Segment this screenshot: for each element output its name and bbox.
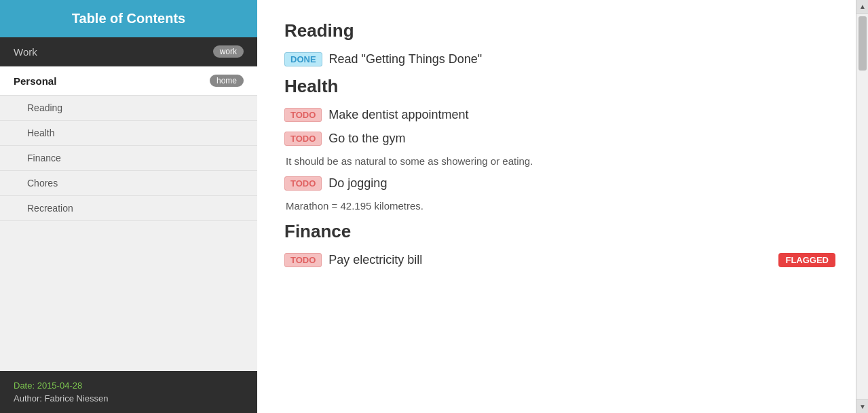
task-row: DONE Read "Getting Things Done" bbox=[284, 52, 835, 66]
task-row: TODO Do jogging bbox=[284, 176, 835, 191]
sidebar-personal-tag: home bbox=[210, 75, 244, 87]
main-content: Reading DONE Read "Getting Things Done" … bbox=[257, 0, 856, 413]
sidebar-section-personal[interactable]: Personal home bbox=[0, 66, 257, 96]
task-row: TODO Pay electricity bill FLAGGED bbox=[284, 253, 835, 267]
task-text: Pay electricity bill bbox=[328, 253, 422, 267]
badge-todo: TODO bbox=[284, 253, 322, 267]
task-row: TODO Go to the gym bbox=[284, 132, 835, 146]
scrollbar[interactable]: ▲ ▼ bbox=[856, 0, 868, 413]
task-text: Read "Getting Things Done" bbox=[329, 52, 483, 66]
task-left: TODO Make dentist appointment bbox=[284, 108, 468, 122]
footer-author: Author: Fabrice Niessen bbox=[14, 393, 244, 404]
sidebar-title: Table of Contents bbox=[72, 11, 185, 26]
sidebar-nav: Reading Health Finance Chores Recreation bbox=[0, 96, 257, 371]
section-finance: Finance TODO Pay electricity bill FLAGGE… bbox=[284, 221, 835, 267]
reading-title: Reading bbox=[284, 20, 835, 41]
badge-done: DONE bbox=[284, 52, 322, 66]
sidebar-work-label: Work bbox=[14, 46, 37, 58]
finance-title: Finance bbox=[284, 221, 835, 242]
task-left: TODO Do jogging bbox=[284, 176, 387, 191]
sidebar-item-chores[interactable]: Chores bbox=[0, 171, 257, 196]
sidebar: Table of Contents Work work Personal hom… bbox=[0, 0, 257, 413]
badge-todo: TODO bbox=[284, 176, 322, 191]
sidebar-item-health[interactable]: Health bbox=[0, 121, 257, 146]
scroll-up-arrow[interactable]: ▲ bbox=[856, 0, 868, 14]
scroll-track bbox=[856, 14, 868, 399]
task-text: Do jogging bbox=[328, 176, 387, 191]
task-left: TODO Pay electricity bill bbox=[284, 253, 422, 267]
task-left: TODO Go to the gym bbox=[284, 132, 405, 146]
sidebar-item-finance[interactable]: Finance bbox=[0, 146, 257, 171]
task-note: Marathon = 42.195 kilometres. bbox=[286, 200, 835, 212]
badge-todo: TODO bbox=[284, 108, 322, 122]
sidebar-footer: Date: 2015-04-28 Author: Fabrice Niessen bbox=[0, 371, 257, 413]
scroll-down-arrow[interactable]: ▼ bbox=[856, 399, 868, 413]
scroll-thumb bbox=[858, 16, 867, 71]
section-health: Health TODO Make dentist appointment TOD… bbox=[284, 76, 835, 212]
sidebar-item-reading[interactable]: Reading bbox=[0, 96, 257, 121]
badge-todo: TODO bbox=[284, 132, 322, 146]
task-left: DONE Read "Getting Things Done" bbox=[284, 52, 482, 66]
sidebar-work-tag: work bbox=[213, 45, 244, 58]
sidebar-header: Table of Contents bbox=[0, 0, 257, 37]
flagged-badge: FLAGGED bbox=[778, 253, 835, 267]
sidebar-section-work[interactable]: Work work bbox=[0, 37, 257, 66]
task-row: TODO Make dentist appointment bbox=[284, 108, 835, 122]
sidebar-personal-label: Personal bbox=[14, 75, 56, 87]
health-title: Health bbox=[284, 76, 835, 97]
task-text: Go to the gym bbox=[328, 132, 405, 146]
task-text: Make dentist appointment bbox=[328, 108, 468, 122]
footer-date: Date: 2015-04-28 bbox=[14, 380, 244, 391]
task-note: It should be as natural to some as showe… bbox=[286, 155, 835, 167]
sidebar-item-recreation[interactable]: Recreation bbox=[0, 196, 257, 221]
section-reading: Reading DONE Read "Getting Things Done" bbox=[284, 20, 835, 66]
